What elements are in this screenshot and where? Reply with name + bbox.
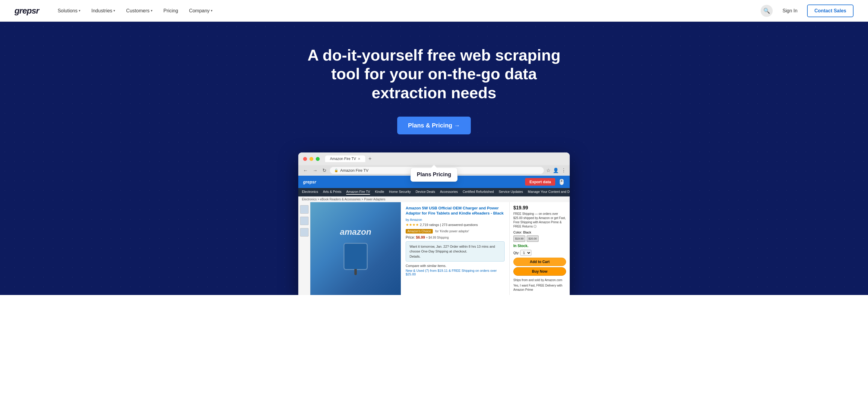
highlight-text-1: Want it tomorrow, Jan. 22? Order within … [409,245,495,253]
amazon-badge-sub: for 'Kindle power adaptor' [435,230,469,233]
color-label: Color: Black [513,231,566,234]
nav-links: Solutions ▾ Industries ▾ Customers ▾ Pri… [53,6,761,16]
amazon-nav-item: Amazon Fire TV [346,190,370,195]
amazon-nav-item: Certified Refurbished [463,190,494,195]
buy-now-button[interactable]: Buy Now [513,267,566,276]
amazon-compare-link[interactable]: Compare with similar items. [406,264,504,268]
nav-customers-label: Customers [126,8,149,13]
thumbnail-1[interactable] [300,205,309,214]
browser-tab-label: Amazon Fire TV [330,157,356,161]
amazon-product-stars: ★★★★ 2,719 ratings | 273 answered questi… [406,223,504,227]
grepsr-toolbar-logo: grepsr [303,180,316,184]
chevron-down-icon: ▾ [151,9,153,13]
amazon-buy-box: $19.99 FREE Shipping — on orders over $2… [509,202,570,295]
amazon-product-thumbnails [298,202,310,295]
amazon-color-row: Color: Black $19.99 $20.00 [513,231,566,242]
nav-company-label: Company [189,8,210,13]
amazon-navbar: Electronics Arts & Prints Amazon Fire TV… [298,188,570,197]
thumbnail-2[interactable] [300,217,309,225]
amazon-nav-item: Kindle [375,190,384,195]
nav-pricing[interactable]: Pricing [159,6,183,16]
amazon-nav-item: Manage Your Content and Devices [528,190,570,195]
browser-back-button[interactable]: ← [302,167,309,174]
amazon-nav-item: Accessories [440,190,458,195]
sign-in-link[interactable]: Sign In [779,6,801,16]
hero-section: A do-it-yourself free web scraping tool … [0,22,868,295]
chevron-down-icon: ▾ [79,9,81,13]
nav-industries[interactable]: Industries ▾ [87,6,119,16]
contact-sales-button[interactable]: Contact Sales [807,4,854,17]
browser-tab-bar: Amazon Fire TV ✕ + [325,156,565,162]
user-icon[interactable]: 👤 [553,168,559,173]
amazon-quantity-row: Qty: 123 [513,250,566,256]
search-button[interactable]: 🔍 [761,5,773,17]
nav-right: 🔍 Sign In Contact Sales [761,4,854,17]
browser-forward-button[interactable]: → [312,167,319,174]
chevron-down-icon: ▾ [114,9,115,13]
amazon-nav-item: Device Deals [415,190,435,195]
shipping-note: + $4.99 Shipping [426,236,448,239]
star-icon[interactable]: ☆ [546,168,550,173]
amazon-nav-item: Service Updates [499,190,523,195]
more-icon[interactable]: ⋮ [561,168,566,173]
amazon-highlight-box: Want it tomorrow, Jan. 22? Order within … [406,241,504,262]
amazon-product-main: amazon Amazon 5W USB Official OEM Charge… [310,202,570,295]
amazon-product-detail: Amazon 5W USB Official OEM Charger and P… [401,202,509,295]
amazon-badge-label: Amazon's Choice [406,229,433,234]
star-rating: ★★★★ [406,223,419,227]
nav-industries-label: Industries [91,8,112,13]
amazon-choice-badge: Amazon's Choice for 'Kindle power adapto… [406,228,504,235]
nav-solutions[interactable]: Solutions ▾ [53,6,85,16]
nav-solutions-label: Solutions [58,8,78,13]
nav-customers[interactable]: Customers ▾ [122,6,157,16]
amazon-product-image: amazon [310,202,401,295]
nav-company[interactable]: Company ▾ [185,6,217,16]
cursor-icon: 🖱️ [558,179,565,185]
amazon-product-content: amazon Amazon 5W USB Official OEM Charge… [298,202,570,295]
highlight-text-2: Details. [409,254,421,258]
thumbnail-3[interactable] [300,228,309,237]
plans-pricing-cta-button[interactable]: Plans & Pricing → [397,116,471,134]
amazon-breadcrumb: Electronics > eBook Readers & Accessorie… [298,197,570,202]
chevron-down-icon: ▾ [211,9,213,13]
qty-label: Qty: [513,251,519,254]
swatch-2[interactable]: $20.00 [527,235,539,242]
browser-minimize-dot[interactable] [309,157,313,161]
amazon-delivery-info: Yes, I want Fast, FREE Delivery with Ama… [513,283,566,292]
amazon-buy-price: $19.99 [513,205,566,211]
new-tab-icon[interactable]: + [368,156,372,162]
review-count: 2,719 ratings | 273 answered questions [420,223,478,227]
price-value: $6.99 [416,235,425,240]
browser-tab[interactable]: Amazon Fire TV ✕ [325,156,365,162]
plans-pricing-tooltip: Plans Pricing [410,168,458,182]
add-to-cart-button[interactable]: Add to Cart [513,257,566,266]
amazon-nav-item: Home Security [389,190,411,195]
amazon-used-link[interactable]: New & Used (7) from $19.11 & FREE Shippi… [406,269,504,276]
amazon-logo-text: amazon [340,227,371,237]
lock-icon: 🔒 [334,168,338,172]
export-data-button[interactable]: Export data [525,178,555,185]
close-icon[interactable]: ✕ [358,157,361,161]
price-label: Price: [406,235,415,240]
amazon-price-row: Price: $6.99 + $4.99 Shipping [406,235,504,240]
hero-title: A do-it-yourself free web scraping tool … [304,46,564,102]
navbar: grepsr Solutions ▾ Industries ▾ Customer… [0,0,868,22]
nav-logo: grepsr [14,6,39,16]
amazon-shipping-info: FREE Shipping — on orders over $25.00 sh… [513,212,566,229]
amazon-nav-item: Arts & Prints [323,190,341,195]
amazon-color-swatches: $19.99 $20.00 [513,235,539,242]
amazon-ship-info: Ships from and sold by Amazon.com [513,278,566,282]
browser-url: Amazon Fire TV [340,168,369,173]
browser-right-icons: ☆ 👤 ⋮ [546,168,566,173]
nav-pricing-label: Pricing [163,8,178,13]
amazon-nav-item: Electronics [302,190,318,195]
amazon-product-brand: by Amazon [406,218,504,221]
swatch-1[interactable]: $19.99 [513,235,525,242]
amazon-in-stock: In Stock. [513,244,566,248]
browser-maximize-dot[interactable] [316,157,320,161]
browser-close-dot[interactable] [303,157,307,161]
qty-select[interactable]: 123 [520,250,531,256]
browser-titlebar: Amazon Fire TV ✕ + [298,152,570,165]
amazon-product-title: Amazon 5W USB Official OEM Charger and P… [406,206,504,216]
browser-reload-button[interactable]: ↻ [321,167,328,174]
